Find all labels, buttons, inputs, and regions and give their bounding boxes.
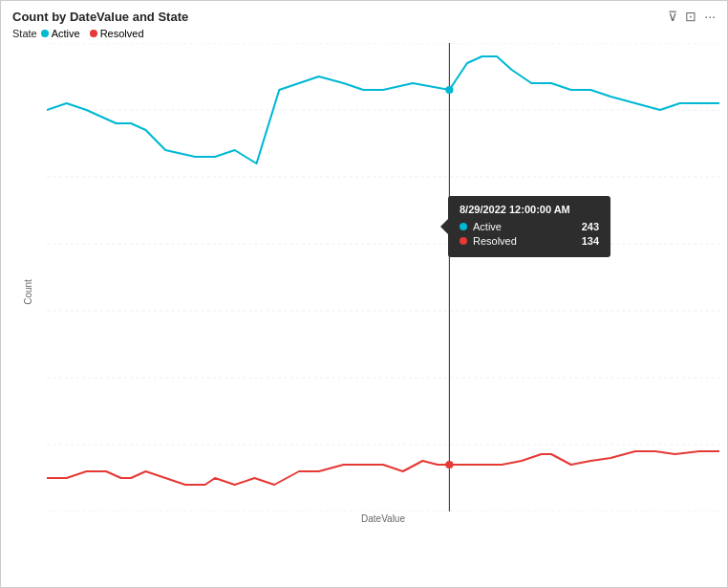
legend-dot-active (41, 30, 49, 37)
legend-label-active: Active (52, 28, 80, 39)
x-axis-label: DateValue (47, 513, 719, 524)
chart-header: Count by DateValue and State ⊽ ⊡ ··· (1, 1, 727, 28)
legend-dot-resolved (90, 30, 97, 37)
chart-container: Count by DateValue and State ⊽ ⊡ ··· Sta… (0, 0, 728, 588)
y-axis-label: Count (23, 279, 33, 305)
chart-title: Count by DateValue and State (12, 10, 188, 24)
more-icon[interactable]: ··· (704, 9, 716, 24)
expand-icon[interactable]: ⊡ (685, 9, 696, 24)
filter-icon[interactable]: ⊽ (668, 9, 677, 24)
resolved-line (47, 451, 719, 485)
legend-label-resolved: Resolved (100, 28, 144, 39)
legend: State Active Resolved (1, 28, 727, 43)
legend-item-active: Active (41, 28, 80, 39)
resolved-tooltip-dot (445, 461, 453, 468)
chart-svg: 260 240 220 200 180 160 140 120 Apr 2022… (47, 43, 719, 512)
chart-toolbar: ⊽ ⊡ ··· (668, 9, 716, 24)
legend-item-resolved: Resolved (90, 28, 144, 39)
active-tooltip-dot (445, 86, 453, 94)
legend-state-label: State (12, 28, 37, 39)
